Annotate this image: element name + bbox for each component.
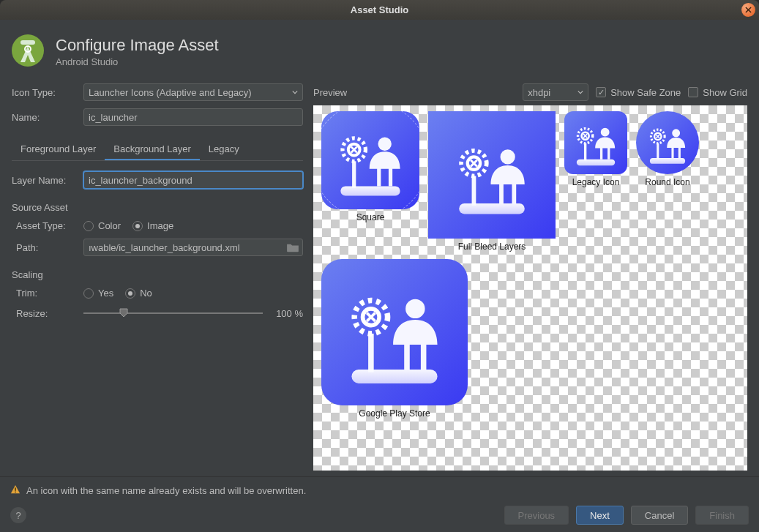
show-grid-label: Show Grid (703, 87, 747, 98)
preview-legacy: Legacy Icon (564, 111, 627, 252)
show-safe-zone-checkbox[interactable]: Show Safe Zone (596, 87, 681, 98)
dialog-subtitle: Android Studio (56, 56, 219, 67)
scaling-header: Scaling (12, 269, 303, 280)
icon-type-dropdown[interactable]: Launcher Icons (Adaptive and Legacy) (83, 83, 303, 101)
next-button[interactable]: Next (576, 506, 624, 525)
right-panel: Preview xhdpi Show Safe Zone Show Grid (313, 83, 747, 471)
trim-yes-radio[interactable]: Yes (83, 288, 113, 299)
resize-slider-wrap: 100 % (83, 306, 303, 321)
source-asset-header: Source Asset (12, 202, 303, 213)
layer-name-value: ic_launcher_background (89, 175, 192, 186)
name-row: Name: ic_launcher (12, 108, 303, 126)
preview-area: Square Full Bleed Layers Legacy Icon (313, 105, 747, 471)
layer-name-label: Layer Name: (12, 175, 78, 186)
warning-text: An icon with the same name already exist… (26, 485, 306, 496)
resize-slider[interactable] (83, 306, 263, 321)
preview-square: Square (321, 111, 419, 252)
dpi-value: xhdpi (528, 87, 550, 98)
preview-items: Square Full Bleed Layers Legacy Icon (313, 105, 747, 471)
trim-yes-label: Yes (98, 288, 113, 299)
asset-type-label: Asset Type: (12, 220, 78, 231)
preview-google-play-icon (321, 259, 468, 405)
svg-rect-1 (20, 40, 35, 45)
dialog-title: Configure Image Asset (56, 36, 219, 55)
preview-full-bleed-icon (428, 111, 556, 239)
tab-legacy[interactable]: Legacy (200, 139, 248, 160)
trim-row: Trim: Yes No (12, 288, 303, 299)
radio-icon (125, 288, 135, 299)
preview-google-play-label: Google Play Store (359, 408, 430, 419)
name-label: Name: (12, 112, 78, 123)
chevron-down-icon (292, 89, 298, 95)
icon-type-row: Icon Type: Launcher Icons (Adaptive and … (12, 83, 303, 101)
slider-thumb[interactable] (119, 307, 129, 318)
dialog-content: Icon Type: Launcher Icons (Adaptive and … (0, 83, 759, 476)
path-label: Path: (12, 242, 78, 253)
trim-no-radio[interactable]: No (125, 288, 152, 299)
dialog-window: Configure Image Asset Android Studio Ico… (0, 20, 759, 532)
close-button[interactable] (741, 3, 755, 17)
show-safe-zone-label: Show Safe Zone (610, 87, 681, 98)
path-row: Path: ıwable/ic_launcher_background.xml (12, 239, 303, 256)
radio-icon (132, 221, 143, 231)
show-grid-checkbox[interactable]: Show Grid (688, 87, 747, 98)
preview-round-icon (636, 111, 699, 174)
tab-background-layer[interactable]: Background Layer (105, 139, 200, 160)
preview-square-icon (321, 111, 419, 209)
path-input[interactable]: ıwable/ic_launcher_background.xml (83, 239, 303, 256)
trim-label: Trim: (12, 288, 78, 299)
chevron-down-icon (577, 89, 583, 95)
preview-legacy-label: Legacy Icon (572, 177, 620, 187)
dpi-dropdown[interactable]: xhdpi (523, 83, 588, 101)
dialog-header-text: Configure Image Asset Android Studio (56, 36, 219, 67)
tab-foreground-layer[interactable]: Foreground Layer (12, 139, 105, 160)
preview-square-label: Square (356, 212, 385, 222)
name-input[interactable]: ic_launcher (83, 108, 303, 126)
asset-type-image-label: Image (147, 220, 173, 231)
asset-type-color-label: Color (98, 220, 121, 231)
preview-legacy-icon (564, 111, 627, 174)
layer-name-input[interactable]: ic_launcher_background (83, 171, 303, 189)
slider-track (83, 312, 263, 314)
preview-header: Preview xhdpi Show Safe Zone Show Grid (313, 83, 747, 101)
titlebar[interactable]: Asset Studio (0, 0, 759, 20)
checkbox-icon (596, 87, 606, 97)
svg-rect-11 (15, 492, 15, 492)
finish-button[interactable]: Finish (695, 506, 749, 525)
close-icon (745, 7, 752, 13)
dialog-footer: An icon with the same name already exist… (0, 476, 759, 532)
resize-label: Resize: (12, 308, 78, 319)
android-studio-icon (10, 33, 45, 70)
preview-full-bleed: Full Bleed Layers (428, 111, 556, 252)
checkbox-icon (688, 87, 698, 97)
asset-type-image-radio[interactable]: Image (132, 220, 173, 231)
help-button[interactable]: ? (10, 507, 26, 523)
folder-icon[interactable] (286, 242, 299, 252)
icon-type-value: Launcher Icons (Adaptive and Legacy) (89, 87, 252, 98)
window-title: Asset Studio (351, 4, 408, 15)
previous-button[interactable]: Previous (504, 506, 569, 525)
warning-row: An icon with the same name already exist… (10, 484, 749, 497)
dialog-header: Configure Image Asset Android Studio (0, 20, 759, 83)
svg-rect-10 (15, 487, 15, 490)
cancel-button[interactable]: Cancel (631, 506, 688, 525)
preview-full-bleed-label: Full Bleed Layers (458, 241, 526, 252)
icon-type-label: Icon Type: (12, 87, 78, 98)
radio-icon (83, 221, 94, 231)
name-value: ic_launcher (89, 112, 138, 123)
path-value: ıwable/ic_launcher_background.xml (89, 242, 240, 253)
asset-type-row: Asset Type: Color Image (12, 220, 303, 231)
asset-type-color-radio[interactable]: Color (83, 220, 121, 231)
preview-google-play: Google Play Store (321, 259, 468, 419)
layer-tabs: Foreground Layer Background Layer Legacy (12, 139, 303, 161)
preview-round: Round Icon (636, 111, 699, 252)
trim-radios: Yes No (83, 288, 152, 299)
preview-label: Preview (313, 87, 347, 98)
left-panel: Icon Type: Launcher Icons (Adaptive and … (12, 83, 303, 471)
layer-name-row: Layer Name: ic_launcher_background (12, 171, 303, 189)
resize-row: Resize: 100 % (12, 306, 303, 321)
button-row: ? Previous Next Cancel Finish (10, 506, 749, 525)
trim-no-label: No (140, 288, 152, 299)
asset-type-radios: Color Image (83, 220, 173, 231)
radio-icon (83, 288, 94, 299)
